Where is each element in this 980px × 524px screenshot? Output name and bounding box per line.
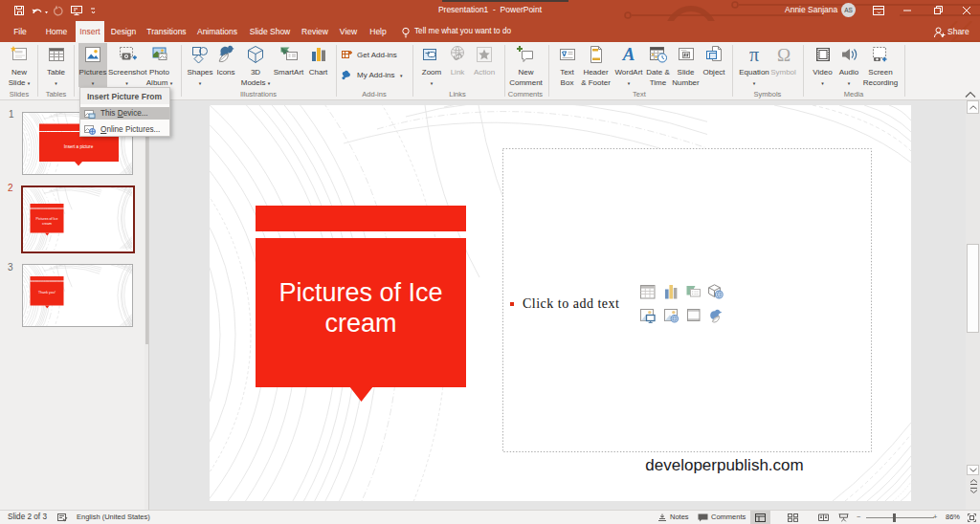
svg-text:π: π [749, 45, 759, 64]
svg-text:Pictures of Ice: Pictures of Ice [36, 217, 58, 221]
svg-text:Thank you!: Thank you! [38, 291, 56, 295]
svg-text:Ω: Ω [776, 45, 790, 64]
svg-text:cream: cream [42, 222, 52, 226]
svg-text:A: A [622, 45, 635, 64]
svg-text:Insert a picture: Insert a picture [64, 144, 94, 149]
